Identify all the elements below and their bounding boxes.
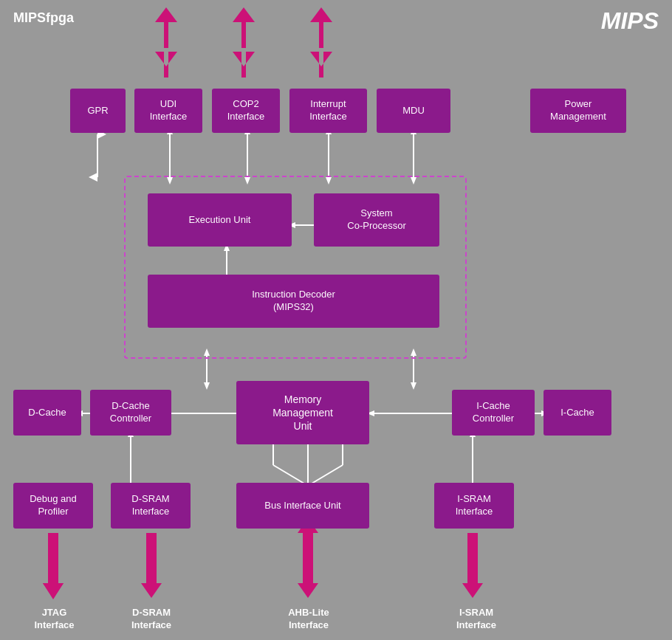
title-mips: MIPS (601, 7, 659, 35)
svg-marker-59 (141, 583, 162, 598)
title-mipsfpga: MIPSfpga (13, 10, 74, 26)
box-udi: UDIInterface (134, 89, 202, 133)
svg-marker-2 (233, 7, 255, 48)
box-execution-unit: Execution Unit (148, 193, 292, 247)
box-debug-profiler: Debug andProfiler (13, 483, 93, 529)
box-instruction-decoder: Instruction Decoder(MIPS32) (148, 275, 439, 328)
box-power: PowerManagement (530, 89, 626, 133)
box-mmu: MemoryManagementUnit (236, 381, 369, 444)
box-bus-interface-unit: Bus Interface Unit (236, 483, 369, 529)
svg-marker-66 (43, 583, 64, 599)
label-isram: I-SRAMInterface (443, 607, 510, 632)
box-gpr: GPR (70, 89, 126, 133)
main-container: MIPSfpga MIPS (0, 0, 672, 640)
box-system-coprocessor: SystemCo-Processor (314, 193, 439, 247)
svg-marker-1 (155, 52, 177, 78)
svg-marker-64 (462, 583, 483, 598)
svg-marker-61 (298, 583, 318, 598)
box-interrupt: InterruptInterface (289, 89, 367, 133)
svg-marker-3 (233, 52, 255, 78)
svg-marker-5 (310, 52, 332, 78)
box-mdu: MDU (377, 89, 450, 133)
label-ahblite: AHB-LiteInterface (275, 607, 342, 632)
svg-marker-4 (310, 7, 332, 48)
label-jtag: JTAGInterface (27, 607, 82, 632)
label-dsram: D-SRAMInterface (118, 607, 185, 632)
svg-marker-0 (155, 7, 177, 48)
box-icache-controller: I-CacheController (452, 390, 535, 436)
box-dcache-controller: D-CacheController (90, 390, 171, 436)
svg-marker-27 (204, 382, 210, 390)
box-isram-interface: I-SRAMInterface (434, 483, 514, 529)
box-dcache: D-Cache (13, 390, 81, 436)
box-icache: I-Cache (544, 390, 611, 436)
box-dsram-interface: D-SRAMInterface (111, 483, 191, 529)
svg-marker-30 (411, 382, 416, 390)
svg-marker-57 (43, 583, 64, 598)
box-cop2: COP2Interface (212, 89, 280, 133)
